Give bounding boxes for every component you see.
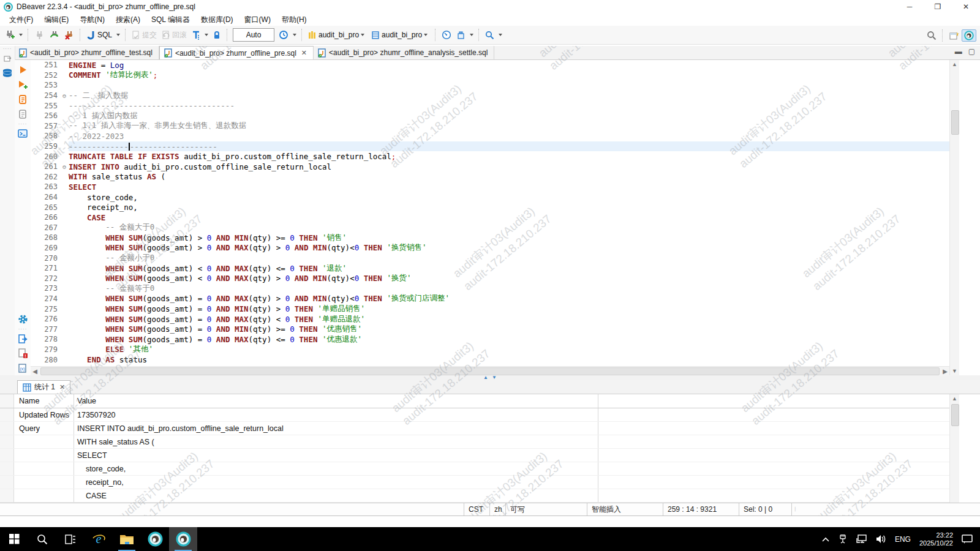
code-line-271[interactable]: 271 WHEN SUM(goods_amt) < 0 AND MAX(qty)… bbox=[31, 263, 949, 274]
execute-statement-icon[interactable] bbox=[17, 64, 29, 75]
code-line-278[interactable]: 278 WHEN SUM(goods_amt) = 0 AND MAX(qty)… bbox=[31, 334, 949, 345]
code-line-264[interactable]: 264 store_code, bbox=[31, 192, 949, 203]
tray-usb-icon[interactable] bbox=[838, 534, 848, 544]
stats-row-2[interactable]: WITH sale_status AS ( bbox=[0, 435, 949, 449]
splitter-up-icon[interactable]: ▲ bbox=[483, 375, 488, 380]
code-line-270[interactable]: 270 -- 金额小于0 bbox=[31, 253, 949, 263]
action-center-icon[interactable] bbox=[962, 534, 973, 544]
search-dropdown-icon[interactable] bbox=[499, 34, 502, 36]
menu-item-2[interactable]: 导航(N) bbox=[74, 13, 110, 26]
code-line-279[interactable]: 279 ELSE '其他' bbox=[31, 345, 949, 355]
stats-row-1[interactable]: QueryINSERT INTO audit_bi_pro.custom_off… bbox=[0, 422, 949, 435]
code-line-269[interactable]: 269 WHEN SUM(goods_amt) > 0 AND MAX(qty)… bbox=[31, 243, 949, 253]
scroll-left-icon[interactable]: ◀ bbox=[31, 368, 39, 375]
strip-handle[interactable]: ···· bbox=[3, 47, 12, 51]
code-line-260[interactable]: 260TRUNCATE TABLE IF EXISTS audit_bi_pro… bbox=[31, 151, 949, 162]
dashboard-button[interactable] bbox=[440, 29, 453, 41]
connect-button[interactable] bbox=[32, 29, 46, 41]
value-column-header[interactable]: Value bbox=[74, 394, 598, 408]
fold-marker-icon[interactable]: ⊖ bbox=[60, 163, 69, 170]
menu-item-5[interactable]: 数据库(D) bbox=[195, 13, 239, 26]
code-line-254[interactable]: 254⊖-- 二、插入数据 bbox=[31, 91, 949, 101]
database-navigator-icon[interactable] bbox=[1, 67, 13, 78]
taskbar-dbeaver-active-icon[interactable] bbox=[169, 527, 197, 551]
tray-expand-icon[interactable] bbox=[822, 537, 829, 542]
panel-scroll-thumb[interactable] bbox=[951, 404, 959, 426]
fold-marker-icon[interactable]: ⊖ bbox=[60, 92, 69, 99]
stats-row-4[interactable]: store_code, bbox=[0, 462, 949, 476]
variables-doc-icon[interactable]: (x) bbox=[17, 362, 29, 373]
lock-icon[interactable] bbox=[211, 29, 223, 41]
restore-view-icon[interactable] bbox=[1, 53, 13, 64]
code-line-265[interactable]: 265 receipt_no, bbox=[31, 202, 949, 212]
stats-tab-close-icon[interactable]: ✕ bbox=[59, 383, 65, 391]
taskbar-dbeaver-icon[interactable] bbox=[141, 527, 169, 551]
open-perspective-button[interactable] bbox=[947, 29, 961, 42]
connection-select[interactable]: audit_bi_pro bbox=[306, 29, 368, 41]
schema-select[interactable]: audit_bi_pro bbox=[369, 29, 431, 41]
dbeaver-perspective-button[interactable] bbox=[962, 29, 976, 42]
execute-new-tab-icon[interactable] bbox=[17, 79, 29, 90]
maximize-editor-icon[interactable]: ▢ bbox=[968, 47, 975, 56]
horizontal-scroll-thumb[interactable] bbox=[40, 367, 940, 375]
menu-item-0[interactable]: 文件(F) bbox=[4, 13, 39, 26]
code-line-280[interactable]: 280 END AS status bbox=[31, 354, 949, 365]
editor-tab-2[interactable]: <audit_bi_pro> zhumr_offline_analysis_se… bbox=[314, 46, 494, 59]
stats-row-5[interactable]: receipt_no, bbox=[0, 476, 949, 489]
execute-script-icon[interactable] bbox=[17, 94, 29, 105]
menu-item-3[interactable]: 搜索(A) bbox=[110, 13, 146, 26]
code-line-275[interactable]: 275 WHEN SUM(goods_amt) = 0 AND MIN(qty)… bbox=[31, 304, 949, 314]
code-line-259[interactable]: 259-------------------------------- bbox=[31, 141, 949, 152]
code-line-274[interactable]: 274 WHEN SUM(goods_amt) = 0 AND MAX(qty)… bbox=[31, 294, 949, 304]
tray-network-icon[interactable] bbox=[856, 534, 867, 544]
settings-gear-icon[interactable] bbox=[17, 313, 29, 324]
search-button[interactable] bbox=[483, 29, 496, 41]
history-dropdown-icon[interactable] bbox=[293, 34, 296, 36]
code-line-268[interactable]: 268 WHEN SUM(goods_amt) > 0 AND MIN(qty)… bbox=[31, 233, 949, 243]
scroll-down-icon[interactable]: ▼ bbox=[950, 367, 959, 375]
new-connection-dropdown-icon[interactable] bbox=[19, 34, 23, 36]
task-view-icon[interactable] bbox=[56, 527, 85, 551]
menu-item-6[interactable]: 窗口(W) bbox=[239, 13, 276, 26]
export-log-icon[interactable] bbox=[17, 333, 29, 344]
auto-commit-select[interactable]: Auto bbox=[233, 28, 274, 42]
menu-item-4[interactable]: SQL 编辑器 bbox=[146, 13, 195, 26]
code-line-267[interactable]: 267 -- 金额大于0 bbox=[31, 223, 949, 233]
panel-splitter[interactable]: ▲ ▼ bbox=[0, 375, 980, 380]
code-line-258[interactable]: 258-- 2022-2023 bbox=[31, 131, 949, 141]
minimize-button[interactable]: ─ bbox=[895, 0, 924, 13]
code-line-276[interactable]: 276 WHEN SUM(goods_amt) = 0 AND MAX(qty)… bbox=[31, 314, 949, 324]
commit-mode-button[interactable] bbox=[454, 29, 467, 41]
reconnect-button[interactable] bbox=[47, 29, 61, 41]
disconnect-button[interactable] bbox=[62, 29, 76, 41]
close-tab-icon[interactable]: ✕ bbox=[301, 49, 307, 57]
new-connection-button[interactable] bbox=[3, 29, 17, 41]
taskbar-explorer-icon[interactable] bbox=[113, 527, 141, 551]
open-terminal-icon[interactable] bbox=[17, 128, 29, 139]
stats-row-3[interactable]: SELECT bbox=[0, 449, 949, 462]
minimize-editor-icon[interactable]: ▬ bbox=[955, 47, 962, 56]
explain-plan-icon[interactable] bbox=[17, 108, 29, 119]
taskbar-ie-icon[interactable]: e bbox=[85, 527, 113, 551]
editor-tab-0[interactable]: <audit_bi_pro> zhumr_offline_test.sql bbox=[15, 46, 159, 59]
error-log-icon[interactable]: ! bbox=[17, 348, 29, 359]
sql-editor-button[interactable]: SQL bbox=[85, 29, 114, 41]
restore-button[interactable]: ❐ bbox=[924, 0, 952, 13]
code-line-251[interactable]: 251ENGINE = Log bbox=[31, 60, 949, 70]
scroll-right-icon[interactable]: ▶ bbox=[941, 368, 949, 375]
code-line-277[interactable]: 277 WHEN SUM(goods_amt) = 0 AND MIN(qty)… bbox=[31, 324, 949, 334]
editor-horizontal-scrollbar[interactable]: ◀ ▶ bbox=[31, 366, 949, 375]
code-line-263[interactable]: 263SELECT bbox=[31, 182, 949, 192]
menu-item-1[interactable]: 编辑(E) bbox=[39, 13, 74, 26]
sql-editor-dropdown-icon[interactable] bbox=[116, 34, 120, 36]
stats-row-0[interactable]: Updated Rows173507920 bbox=[0, 408, 949, 422]
vertical-scroll-thumb[interactable] bbox=[951, 110, 959, 135]
schema-dropdown-icon[interactable] bbox=[424, 34, 428, 36]
close-button[interactable]: ✕ bbox=[952, 0, 980, 13]
commit-button[interactable]: 提交 bbox=[130, 29, 159, 42]
code-line-256[interactable]: 256-- 1 插入国内数据 bbox=[31, 111, 949, 121]
code-line-262[interactable]: 262WITH sale_status AS ( bbox=[31, 172, 949, 182]
stats-row-6[interactable]: CASE bbox=[0, 489, 949, 503]
menu-item-7[interactable]: 帮助(H) bbox=[276, 13, 312, 26]
code-line-272[interactable]: 272 WHEN SUM(goods_amt) < 0 AND MAX(qty)… bbox=[31, 273, 949, 283]
